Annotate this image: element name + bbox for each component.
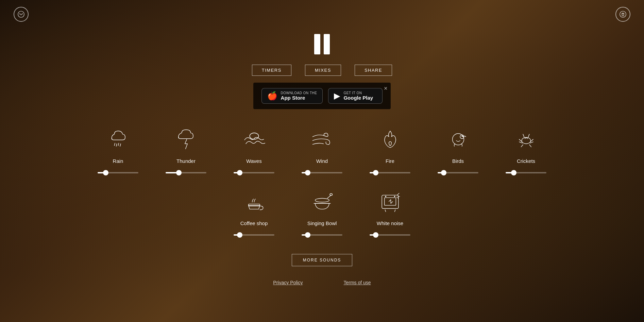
close-banner-button[interactable]: × (384, 85, 388, 91)
terms-of-use-link[interactable]: Terms of use (344, 280, 371, 285)
sound-item-birds: Birds (424, 123, 492, 182)
svg-point-21 (394, 196, 395, 197)
app-store-button[interactable]: 🍎 Download on the App Store (261, 88, 323, 104)
birds-slider-container (438, 169, 478, 175)
google-play-main: Google Play (343, 95, 373, 101)
sounds-row-1: Rain Thunder Waves Wind Fire Birds (20, 123, 624, 182)
crickets-slider[interactable] (506, 172, 546, 173)
sound-item-thunder: Thunder (152, 123, 220, 182)
svg-point-9 (461, 135, 462, 136)
crickets-label: Crickets (517, 158, 535, 164)
waves-slider-container (234, 169, 274, 175)
sound-item-whitenoise: White noise (356, 185, 424, 244)
app-store-main: App Store (281, 95, 317, 101)
fire-slider[interactable] (370, 172, 410, 173)
wind-slider[interactable] (302, 172, 342, 173)
svg-point-7 (452, 133, 464, 145)
birds-icon[interactable] (444, 126, 472, 153)
birds-label: Birds (452, 158, 464, 164)
whitenoise-slider-container (370, 231, 410, 237)
svg-line-2 (114, 143, 115, 146)
svg-rect-17 (384, 198, 396, 205)
google-play-sub: GET IT ON (343, 91, 373, 95)
wind-slider-container (302, 169, 342, 175)
svg-point-13 (315, 198, 329, 202)
svg-line-3 (116, 143, 117, 146)
coffeeshop-label: Coffee shop (240, 220, 268, 226)
thunder-slider-container (166, 169, 206, 175)
trash-button[interactable] (615, 7, 630, 22)
rain-slider[interactable] (98, 172, 138, 173)
rain-icon[interactable] (104, 126, 132, 153)
fire-slider-container (370, 169, 410, 175)
waves-label: Waves (246, 158, 261, 164)
thunder-label: Thunder (176, 158, 196, 164)
singingbowl-label: Singing Bowl (307, 220, 337, 226)
crickets-icon[interactable] (512, 126, 540, 153)
nav-buttons: TIMERS MIXES SHARE (252, 65, 392, 76)
sound-item-waves: Waves (220, 123, 288, 182)
birds-slider[interactable] (438, 172, 478, 173)
sound-item-wind: Wind (288, 123, 356, 182)
app-store-sub: Download on the (281, 91, 317, 95)
thunder-slider[interactable] (166, 172, 206, 173)
svg-rect-11 (248, 204, 260, 206)
waveform-button[interactable] (14, 7, 29, 22)
wind-icon[interactable] (308, 126, 336, 153)
svg-point-0 (18, 11, 24, 17)
waves-icon[interactable] (240, 126, 268, 153)
sounds-section: Rain Thunder Waves Wind Fire Birds (0, 123, 644, 244)
fire-icon[interactable] (376, 126, 404, 153)
google-play-icon: ▶ (334, 91, 340, 101)
svg-line-18 (385, 210, 386, 212)
sound-item-singingbowl: Singing Bowl (288, 185, 356, 244)
singingbowl-icon[interactable] (308, 188, 336, 216)
pause-bar-left (314, 34, 320, 54)
app-banner: × 🍎 Download on the App Store ▶ GET IT O… (253, 83, 391, 109)
svg-point-20 (385, 196, 386, 197)
singingbowl-slider[interactable] (302, 234, 342, 236)
svg-line-19 (394, 210, 395, 212)
footer: Privacy Policy Terms of use (273, 273, 371, 295)
sound-item-fire: Fire (356, 123, 424, 182)
trash-icon (619, 11, 627, 18)
apple-icon: 🍎 (267, 91, 277, 101)
pause-bar-right (324, 34, 330, 54)
sounds-row-2: Coffee shop Singing Bowl White noise (20, 185, 624, 244)
thunder-icon[interactable] (172, 126, 200, 153)
mixes-button[interactable]: MIXES (305, 65, 341, 76)
svg-point-1 (620, 11, 626, 17)
share-button[interactable]: SHARE (355, 65, 392, 76)
coffeeshop-icon[interactable] (240, 188, 268, 216)
coffeeshop-slider-container (234, 231, 274, 237)
singingbowl-slider-container (302, 231, 342, 237)
sound-item-rain: Rain (84, 123, 152, 182)
privacy-policy-link[interactable]: Privacy Policy (273, 280, 303, 285)
svg-point-10 (522, 137, 530, 144)
rain-slider-container (98, 169, 138, 175)
svg-line-5 (120, 143, 121, 146)
google-play-button[interactable]: ▶ GET IT ON Google Play (328, 88, 383, 104)
fire-label: Fire (386, 158, 394, 164)
whitenoise-slider[interactable] (370, 234, 410, 236)
waves-slider[interactable] (234, 172, 274, 173)
wind-label: Wind (316, 158, 328, 164)
whitenoise-label: White noise (377, 220, 403, 226)
sound-item-coffeeshop: Coffee shop (220, 185, 288, 244)
coffeeshop-slider[interactable] (234, 234, 274, 236)
timers-button[interactable]: TIMERS (252, 65, 291, 76)
rain-label: Rain (113, 158, 123, 164)
sound-item-crickets: Crickets (492, 123, 560, 182)
svg-line-4 (118, 143, 119, 146)
whitenoise-icon[interactable] (376, 188, 404, 216)
waveform-icon (17, 11, 25, 18)
pause-button[interactable] (314, 34, 330, 54)
crickets-slider-container (506, 169, 546, 175)
top-bar (0, 0, 644, 29)
more-sounds-button[interactable]: MORE SOUNDS (292, 254, 353, 266)
